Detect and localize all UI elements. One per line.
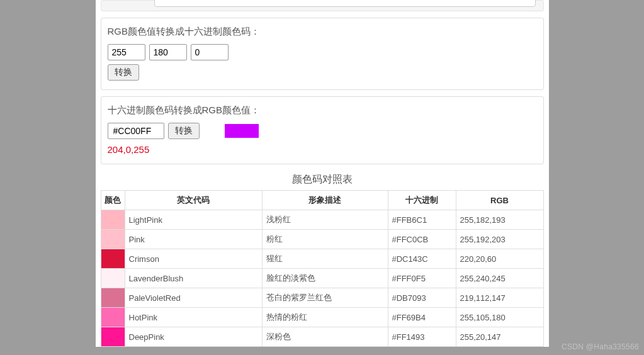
th-rgb: RGB bbox=[456, 191, 543, 210]
hex-cell: #FFB6C1 bbox=[388, 210, 456, 230]
table-row: Pink粉红#FFC0CB255,192,203 bbox=[101, 230, 543, 249]
en-code-cell: HotPink bbox=[125, 308, 262, 327]
rgb-cell: 220,20,60 bbox=[456, 249, 543, 269]
table-row: LightPink浅粉红#FFB6C1255,182,193 bbox=[101, 210, 543, 230]
color-swatch bbox=[101, 210, 125, 229]
hex-input[interactable] bbox=[108, 123, 164, 139]
hex-convert-button[interactable]: 转换 bbox=[168, 123, 200, 139]
desc-cell: 猩红 bbox=[262, 249, 388, 269]
page-container: RGB颜色值转换成十六进制颜色码： 转换 十六进制颜色码转换成RGB颜色值： 转… bbox=[96, 0, 549, 347]
hex-to-rgb-panel: 十六进制颜色码转换成RGB颜色值： 转换 204,0,255 bbox=[101, 96, 544, 164]
hex-cell: #FF1493 bbox=[388, 327, 456, 347]
color-cell bbox=[101, 327, 125, 347]
color-table-title: 颜色码对照表 bbox=[96, 173, 549, 186]
color-swatch bbox=[101, 288, 125, 307]
rgb-input-row bbox=[108, 44, 537, 60]
table-row: PaleVioletRed苍白的紫罗兰红色#DB7093219,112,147 bbox=[101, 288, 543, 308]
color-swatch bbox=[101, 230, 125, 249]
color-cell bbox=[101, 230, 125, 249]
rgb-g-input[interactable] bbox=[149, 44, 187, 60]
hex-cell: #FFF0F5 bbox=[388, 269, 456, 288]
desc-cell: 脸红的淡紫色 bbox=[262, 269, 388, 288]
color-cell bbox=[101, 210, 125, 230]
desc-cell: 热情的粉红 bbox=[262, 308, 388, 327]
rgb-convert-row: 转换 bbox=[108, 64, 537, 81]
hex-cell: #FFC0CB bbox=[388, 230, 456, 249]
rgb-to-hex-panel: RGB颜色值转换成十六进制颜色码： 转换 bbox=[101, 18, 544, 90]
table-row: HotPink热情的粉红#FF69B4255,105,180 bbox=[101, 308, 543, 327]
rgb-to-hex-title: RGB颜色值转换成十六进制颜色码： bbox=[108, 26, 537, 38]
th-hex: 十六进制 bbox=[388, 191, 456, 210]
watermark: CSDN @Haha335566 bbox=[562, 342, 639, 347]
hex-input-row: 转换 bbox=[108, 123, 537, 139]
table-row: LavenderBlush脸红的淡紫色#FFF0F5255,240,245 bbox=[101, 269, 543, 288]
rgb-cell: 255,105,180 bbox=[456, 308, 543, 327]
th-desc: 形象描述 bbox=[262, 191, 388, 210]
th-color: 颜色 bbox=[101, 191, 125, 210]
color-cell bbox=[101, 308, 125, 327]
desc-cell: 浅粉红 bbox=[262, 210, 388, 230]
en-code-cell: Crimson bbox=[125, 249, 262, 269]
desc-cell: 深粉色 bbox=[262, 327, 388, 347]
hex-to-rgb-title: 十六进制颜色码转换成RGB颜色值： bbox=[108, 104, 537, 116]
rgb-convert-button[interactable]: 转换 bbox=[108, 64, 139, 81]
rgb-cell: 255,240,245 bbox=[456, 269, 543, 288]
color-cell bbox=[101, 269, 125, 288]
top-placeholder-panel bbox=[101, 0, 544, 11]
hex-swatch bbox=[225, 124, 259, 138]
hex-cell: #DB7093 bbox=[388, 288, 456, 308]
color-cell bbox=[101, 288, 125, 308]
rgb-b-input[interactable] bbox=[191, 44, 229, 60]
hex-cell: #FF69B4 bbox=[388, 308, 456, 327]
en-code-cell: DeepPink bbox=[125, 327, 262, 347]
hex-cell: #DC143C bbox=[388, 249, 456, 269]
color-swatch bbox=[101, 327, 125, 346]
rgb-cell: 255,20,147 bbox=[456, 327, 543, 347]
top-placeholder-inner bbox=[154, 0, 536, 7]
rgb-cell: 255,192,203 bbox=[456, 230, 543, 249]
desc-cell: 粉红 bbox=[262, 230, 388, 249]
table-body: LightPink浅粉红#FFB6C1255,182,193Pink粉红#FFC… bbox=[101, 210, 543, 347]
table-header-row: 颜色 英文代码 形象描述 十六进制 RGB bbox=[101, 191, 543, 210]
en-code-cell: Pink bbox=[125, 230, 262, 249]
color-swatch bbox=[101, 249, 125, 268]
rgb-cell: 219,112,147 bbox=[456, 288, 543, 308]
en-code-cell: PaleVioletRed bbox=[125, 288, 262, 308]
rgb-r-input[interactable] bbox=[108, 44, 145, 60]
color-cell bbox=[101, 249, 125, 269]
color-swatch bbox=[101, 269, 125, 288]
color-table: 颜色 英文代码 形象描述 十六进制 RGB LightPink浅粉红#FFB6C… bbox=[101, 190, 544, 347]
color-swatch bbox=[101, 308, 125, 327]
th-en: 英文代码 bbox=[125, 191, 262, 210]
table-row: Crimson猩红#DC143C220,20,60 bbox=[101, 249, 543, 269]
desc-cell: 苍白的紫罗兰红色 bbox=[262, 288, 388, 308]
hex-result: 204,0,255 bbox=[108, 144, 537, 155]
en-code-cell: LavenderBlush bbox=[125, 269, 262, 288]
rgb-cell: 255,182,193 bbox=[456, 210, 543, 230]
table-row: DeepPink深粉色#FF1493255,20,147 bbox=[101, 327, 543, 347]
en-code-cell: LightPink bbox=[125, 210, 262, 230]
